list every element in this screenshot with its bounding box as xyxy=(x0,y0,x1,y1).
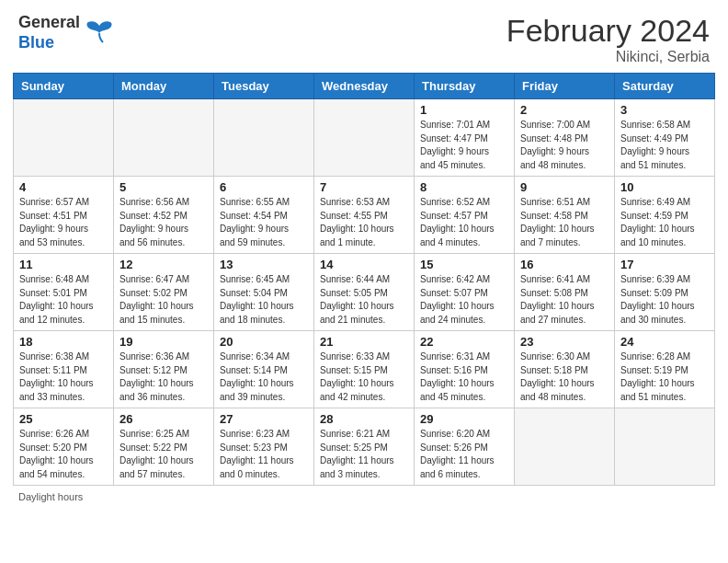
day-header-friday: Friday xyxy=(515,74,615,99)
day-number: 6 xyxy=(220,180,308,194)
day-header-monday: Monday xyxy=(114,74,214,99)
calendar-day-25: 25Sunrise: 6:26 AM Sunset: 5:20 PM Dayli… xyxy=(14,408,114,486)
location: Nikinci, Serbia xyxy=(506,49,710,65)
calendar-day-29: 29Sunrise: 6:20 AM Sunset: 5:26 PM Dayli… xyxy=(415,408,515,486)
title-area: February 2024 Nikinci, Serbia xyxy=(506,13,710,65)
day-info: Sunrise: 6:53 AM Sunset: 4:55 PM Dayligh… xyxy=(320,196,408,249)
day-info: Sunrise: 6:56 AM Sunset: 4:52 PM Dayligh… xyxy=(119,196,208,249)
day-number: 20 xyxy=(220,335,308,349)
logo-blue: Blue xyxy=(18,33,80,53)
daylight-hours-label: Daylight hours xyxy=(18,491,83,502)
calendar-day-21: 21Sunrise: 6:33 AM Sunset: 5:15 PM Dayli… xyxy=(314,331,415,408)
day-number: 27 xyxy=(220,412,308,426)
logo-text: General Blue xyxy=(18,13,80,52)
day-info: Sunrise: 7:00 AM Sunset: 4:48 PM Dayligh… xyxy=(520,119,609,172)
day-number: 12 xyxy=(119,258,208,271)
day-info: Sunrise: 6:21 AM Sunset: 5:25 PM Dayligh… xyxy=(320,428,408,481)
calendar-week-row: 1Sunrise: 7:01 AM Sunset: 4:47 PM Daylig… xyxy=(14,99,715,177)
day-info: Sunrise: 6:34 AM Sunset: 5:14 PM Dayligh… xyxy=(220,350,308,404)
day-number: 10 xyxy=(620,180,709,194)
day-number: 7 xyxy=(320,180,408,194)
calendar-header-row: SundayMondayTuesdayWednesdayThursdayFrid… xyxy=(14,74,715,99)
day-info: Sunrise: 6:30 AM Sunset: 5:18 PM Dayligh… xyxy=(520,350,609,404)
calendar-day-13: 13Sunrise: 6:45 AM Sunset: 5:04 PM Dayli… xyxy=(214,254,314,331)
calendar-day-empty xyxy=(214,99,314,177)
calendar-day-10: 10Sunrise: 6:49 AM Sunset: 4:59 PM Dayli… xyxy=(615,177,715,254)
day-info: Sunrise: 6:45 AM Sunset: 5:04 PM Dayligh… xyxy=(220,273,308,327)
day-info: Sunrise: 6:31 AM Sunset: 5:16 PM Dayligh… xyxy=(420,350,508,404)
calendar-day-4: 4Sunrise: 6:57 AM Sunset: 4:51 PM Daylig… xyxy=(14,177,114,254)
day-number: 9 xyxy=(520,180,609,194)
calendar-week-row: 18Sunrise: 6:38 AM Sunset: 5:11 PM Dayli… xyxy=(14,331,715,408)
calendar-day-14: 14Sunrise: 6:44 AM Sunset: 5:05 PM Dayli… xyxy=(314,254,415,331)
day-info: Sunrise: 6:51 AM Sunset: 4:58 PM Dayligh… xyxy=(520,196,609,249)
day-info: Sunrise: 6:58 AM Sunset: 4:49 PM Dayligh… xyxy=(620,119,709,172)
day-info: Sunrise: 6:25 AM Sunset: 5:22 PM Dayligh… xyxy=(119,428,208,481)
day-header-saturday: Saturday xyxy=(615,74,715,99)
day-number: 26 xyxy=(119,412,208,426)
calendar-week-row: 4Sunrise: 6:57 AM Sunset: 4:51 PM Daylig… xyxy=(14,177,715,254)
day-number: 1 xyxy=(420,103,508,117)
day-info: Sunrise: 6:49 AM Sunset: 4:59 PM Dayligh… xyxy=(620,196,709,249)
calendar-week-row: 11Sunrise: 6:48 AM Sunset: 5:01 PM Dayli… xyxy=(14,254,715,331)
day-info: Sunrise: 6:33 AM Sunset: 5:15 PM Dayligh… xyxy=(320,350,408,404)
calendar-table: SundayMondayTuesdayWednesdayThursdayFrid… xyxy=(13,73,715,486)
calendar-day-empty xyxy=(314,99,415,177)
calendar-day-1: 1Sunrise: 7:01 AM Sunset: 4:47 PM Daylig… xyxy=(415,99,515,177)
month-year: February 2024 xyxy=(506,13,710,49)
day-number: 13 xyxy=(220,258,308,271)
day-number: 17 xyxy=(620,258,709,271)
day-info: Sunrise: 6:20 AM Sunset: 5:26 PM Dayligh… xyxy=(420,428,508,481)
calendar-day-22: 22Sunrise: 6:31 AM Sunset: 5:16 PM Dayli… xyxy=(415,331,515,408)
day-header-wednesday: Wednesday xyxy=(314,74,415,99)
day-info: Sunrise: 6:44 AM Sunset: 5:05 PM Dayligh… xyxy=(320,273,408,327)
day-info: Sunrise: 6:48 AM Sunset: 5:01 PM Dayligh… xyxy=(19,273,108,327)
day-number: 29 xyxy=(420,412,508,426)
calendar-day-5: 5Sunrise: 6:56 AM Sunset: 4:52 PM Daylig… xyxy=(114,177,214,254)
calendar-day-empty xyxy=(114,99,214,177)
day-number: 16 xyxy=(520,258,609,271)
calendar-day-empty xyxy=(515,408,615,486)
logo-general: General xyxy=(18,13,80,33)
day-number: 3 xyxy=(620,103,709,117)
day-number: 2 xyxy=(520,103,609,117)
day-number: 22 xyxy=(420,335,508,349)
day-number: 14 xyxy=(320,258,408,271)
calendar-day-17: 17Sunrise: 6:39 AM Sunset: 5:09 PM Dayli… xyxy=(615,254,715,331)
calendar-container: SundayMondayTuesdayWednesdayThursdayFrid… xyxy=(0,73,728,486)
header: General Blue February 2024 Nikinci, Serb… xyxy=(0,0,728,73)
calendar-day-7: 7Sunrise: 6:53 AM Sunset: 4:55 PM Daylig… xyxy=(314,177,415,254)
day-header-sunday: Sunday xyxy=(14,74,114,99)
day-number: 28 xyxy=(320,412,408,426)
calendar-day-11: 11Sunrise: 6:48 AM Sunset: 5:01 PM Dayli… xyxy=(14,254,114,331)
calendar-week-row: 25Sunrise: 6:26 AM Sunset: 5:20 PM Dayli… xyxy=(14,408,715,486)
day-number: 8 xyxy=(420,180,508,194)
calendar-day-27: 27Sunrise: 6:23 AM Sunset: 5:23 PM Dayli… xyxy=(214,408,314,486)
day-info: Sunrise: 6:28 AM Sunset: 5:19 PM Dayligh… xyxy=(620,350,709,404)
day-number: 5 xyxy=(119,180,208,194)
calendar-day-9: 9Sunrise: 6:51 AM Sunset: 4:58 PM Daylig… xyxy=(515,177,615,254)
day-info: Sunrise: 6:36 AM Sunset: 5:12 PM Dayligh… xyxy=(119,350,208,404)
day-number: 25 xyxy=(19,412,108,426)
day-number: 24 xyxy=(620,335,709,349)
footer: Daylight hours xyxy=(0,486,728,508)
day-info: Sunrise: 6:55 AM Sunset: 4:54 PM Dayligh… xyxy=(220,196,308,249)
logo-bird-icon xyxy=(85,17,114,50)
calendar-day-empty xyxy=(615,408,715,486)
day-info: Sunrise: 6:42 AM Sunset: 5:07 PM Dayligh… xyxy=(420,273,508,327)
calendar-day-empty xyxy=(14,99,114,177)
calendar-day-19: 19Sunrise: 6:36 AM Sunset: 5:12 PM Dayli… xyxy=(114,331,214,408)
day-info: Sunrise: 6:57 AM Sunset: 4:51 PM Dayligh… xyxy=(19,196,108,249)
calendar-day-3: 3Sunrise: 6:58 AM Sunset: 4:49 PM Daylig… xyxy=(615,99,715,177)
day-number: 21 xyxy=(320,335,408,349)
calendar-day-20: 20Sunrise: 6:34 AM Sunset: 5:14 PM Dayli… xyxy=(214,331,314,408)
day-info: Sunrise: 6:47 AM Sunset: 5:02 PM Dayligh… xyxy=(119,273,208,327)
logo: General Blue xyxy=(18,13,114,52)
day-header-tuesday: Tuesday xyxy=(214,74,314,99)
calendar-day-24: 24Sunrise: 6:28 AM Sunset: 5:19 PM Dayli… xyxy=(615,331,715,408)
day-number: 23 xyxy=(520,335,609,349)
day-info: Sunrise: 6:41 AM Sunset: 5:08 PM Dayligh… xyxy=(520,273,609,327)
day-info: Sunrise: 6:38 AM Sunset: 5:11 PM Dayligh… xyxy=(19,350,108,404)
calendar-day-8: 8Sunrise: 6:52 AM Sunset: 4:57 PM Daylig… xyxy=(415,177,515,254)
calendar-day-26: 26Sunrise: 6:25 AM Sunset: 5:22 PM Dayli… xyxy=(114,408,214,486)
